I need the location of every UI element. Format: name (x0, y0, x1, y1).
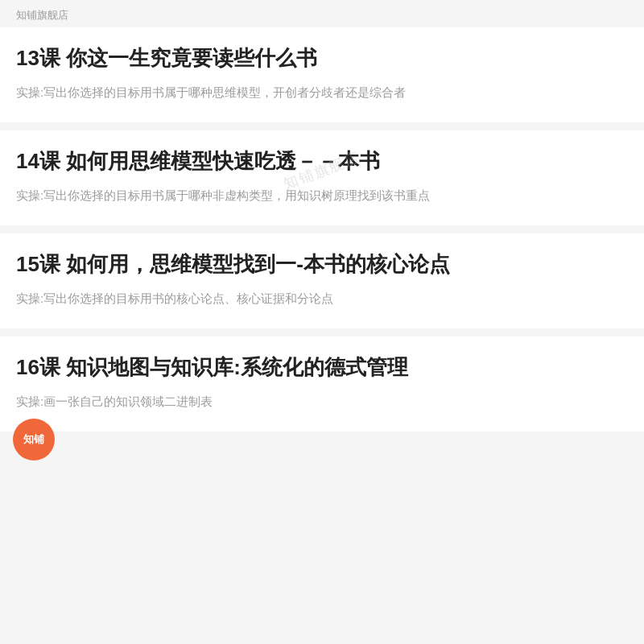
lesson-card-16: 16课 知识地图与知识库:系统化的德式管理 实操:画一张自己的知识领域二进制表 (0, 336, 644, 431)
lesson-14-title: 14课 如何用思维模型快速吃透－－本书 (16, 147, 628, 175)
lesson-14-desc: 实操:写出你选择的目标用书属于哪种非虚构类型，用知识树原理找到该书重点 (16, 185, 628, 206)
page-container: 知铺旗舰店 知铺旗舰店 13课 你这一生究竟要读些什么书 实操:写出你选择的目标… (0, 0, 644, 431)
lesson-16-title: 16课 知识地图与知识库:系统化的德式管理 (16, 353, 628, 382)
lesson-13-desc: 实操:写出你选择的目标用书属于哪种思维模型，开创者分歧者还是综合者 (16, 82, 628, 103)
lesson-card-15: 15课 如何用，思维模型找到一-本书的核心论点 实操:写出你选择的目标用书的核心… (0, 233, 644, 328)
zhipu-badge[interactable]: 知铺 (13, 419, 55, 460)
lesson-16-desc: 实操:画一张自己的知识领域二进制表 (16, 391, 628, 412)
zhipu-badge-label: 知铺 (23, 433, 44, 446)
lesson-card-14: 14课 如何用思维模型快速吃透－－本书 实操:写出你选择的目标用书属于哪种非虚构… (0, 130, 644, 225)
lesson-15-desc: 实操:写出你选择的目标用书的核心论点、核心证据和分论点 (16, 288, 628, 309)
store-name: 知铺旗舰店 (16, 9, 68, 21)
lesson-13-title: 13课 你这一生究竟要读些什么书 (16, 43, 628, 72)
lesson-15-title: 15课 如何用，思维模型找到一-本书的核心论点 (16, 250, 628, 279)
store-header: 知铺旗舰店 (0, 0, 644, 27)
lesson-card-13: 13课 你这一生究竟要读些什么书 实操:写出你选择的目标用书属于哪种思维模型，开… (0, 27, 644, 122)
lesson-list: 13课 你这一生究竟要读些什么书 实操:写出你选择的目标用书属于哪种思维模型，开… (0, 27, 644, 431)
